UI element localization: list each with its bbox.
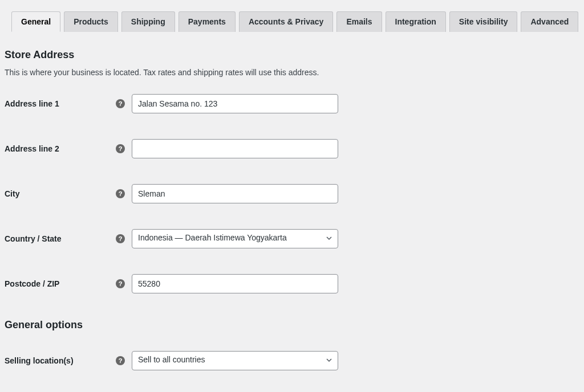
select-selling-location[interactable]: Sell to all countries xyxy=(132,351,338,370)
row-postcode: Postcode / ZIP ? xyxy=(5,274,579,293)
input-city[interactable] xyxy=(132,184,338,203)
tab-advanced[interactable]: Advanced xyxy=(521,11,578,32)
tab-accounts-privacy[interactable]: Accounts & Privacy xyxy=(239,11,334,32)
label-address2: Address line 2 xyxy=(5,144,116,153)
label-selling-location: Selling location(s) xyxy=(5,356,116,365)
label-postcode: Postcode / ZIP xyxy=(5,279,116,288)
input-address1[interactable] xyxy=(132,94,338,113)
tab-products[interactable]: Products xyxy=(64,11,118,32)
row-country: Country / State ? Indonesia — Daerah Ist… xyxy=(5,229,579,248)
help-icon[interactable]: ? xyxy=(116,189,125,198)
row-city: City ? xyxy=(5,184,579,203)
help-icon[interactable]: ? xyxy=(116,144,125,153)
help-icon[interactable]: ? xyxy=(116,234,125,243)
row-address2: Address line 2 ? xyxy=(5,139,579,158)
general-options-title: General options xyxy=(5,319,579,331)
tab-shipping[interactable]: Shipping xyxy=(121,11,175,32)
tab-integration[interactable]: Integration xyxy=(386,11,446,32)
tab-site-visibility[interactable]: Site visibility xyxy=(449,11,518,32)
select-country[interactable]: Indonesia — Daerah Istimewa Yogyakarta xyxy=(132,229,338,248)
row-address1: Address line 1 ? xyxy=(5,94,579,113)
tab-emails[interactable]: Emails xyxy=(336,11,382,32)
help-icon[interactable]: ? xyxy=(116,99,125,108)
help-icon[interactable]: ? xyxy=(116,279,125,288)
input-postcode[interactable] xyxy=(132,274,338,293)
input-address2[interactable] xyxy=(132,139,338,158)
label-country: Country / State xyxy=(5,234,116,243)
help-icon[interactable]: ? xyxy=(116,356,125,365)
store-address-desc: This is where your business is located. … xyxy=(5,68,579,77)
tab-payments[interactable]: Payments xyxy=(179,11,236,32)
settings-content: Store Address This is where your busines… xyxy=(0,32,584,392)
store-address-title: Store Address xyxy=(5,49,579,61)
label-address1: Address line 1 xyxy=(5,99,116,108)
row-selling-location: Selling location(s) ? Sell to all countr… xyxy=(5,351,579,370)
label-city: City xyxy=(5,189,116,198)
settings-tabs: GeneralProductsShippingPaymentsAccounts … xyxy=(0,0,584,32)
tab-general[interactable]: General xyxy=(11,11,60,32)
